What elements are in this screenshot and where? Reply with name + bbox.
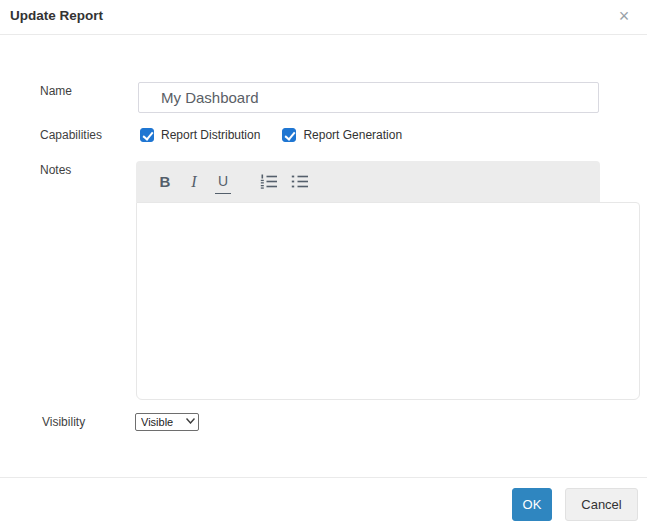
capabilities-label: Capabilities [40, 128, 102, 142]
visibility-label: Visibility [42, 415, 85, 429]
checkbox-label: Report Generation [303, 128, 402, 142]
header-divider [0, 34, 647, 35]
visibility-select-wrap: Visible [135, 412, 199, 430]
visibility-select[interactable]: Visible [135, 413, 199, 431]
ok-button[interactable]: OK [512, 488, 552, 521]
notes-label: Notes [40, 163, 71, 177]
capabilities-row: Report Distribution Report Generation [140, 127, 424, 143]
bold-icon[interactable]: B [157, 170, 173, 194]
report-generation-checkbox[interactable] [282, 128, 296, 142]
name-label: Name [40, 84, 72, 98]
bullet-list-icon[interactable] [291, 170, 309, 194]
footer-divider [0, 477, 647, 478]
underline-icon[interactable]: U [215, 170, 231, 194]
name-input[interactable] [138, 82, 599, 113]
cancel-button[interactable]: Cancel [565, 488, 638, 521]
checkbox-label: Report Distribution [161, 128, 260, 142]
ordered-list-icon[interactable] [260, 170, 278, 194]
checkbox-report-distribution[interactable]: Report Distribution [140, 128, 260, 142]
checkbox-report-generation[interactable]: Report Generation [282, 128, 402, 142]
italic-icon[interactable]: I [186, 170, 202, 194]
dialog-title: Update Report [10, 8, 103, 23]
update-report-dialog: Update Report × Name Capabilities Report… [0, 0, 647, 530]
notes-editor[interactable] [136, 202, 640, 400]
close-icon[interactable]: × [613, 3, 635, 29]
report-distribution-checkbox[interactable] [140, 128, 154, 142]
notes-toolbar: B I U [136, 161, 600, 202]
